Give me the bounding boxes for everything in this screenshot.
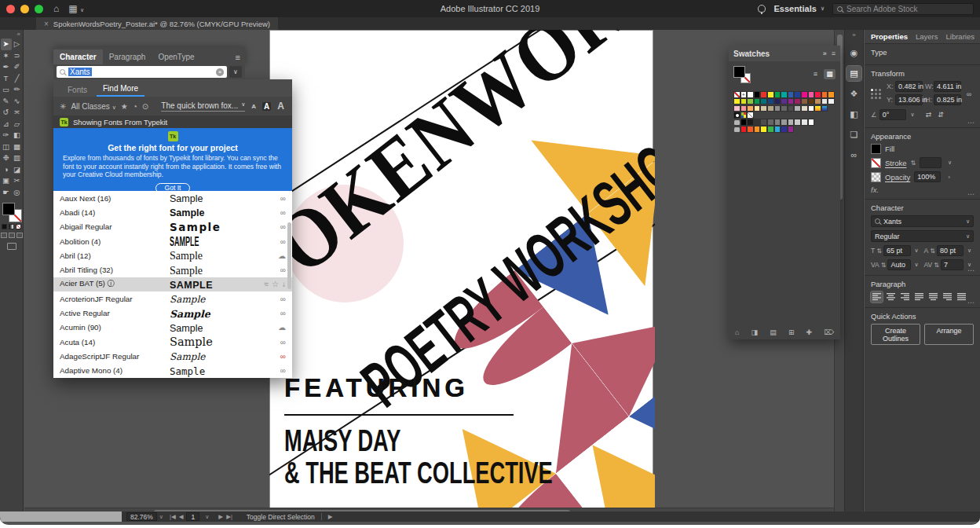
magic-wand-tool[interactable]: ✶	[1, 50, 12, 62]
swatch[interactable]	[828, 91, 835, 98]
artboard-number-field[interactable]: 1	[186, 512, 199, 521]
swatch[interactable]	[801, 119, 808, 126]
tab-properties[interactable]: Properties	[871, 32, 908, 43]
font-size-control[interactable]: T ⇅ 65 pt ∨	[871, 245, 921, 256]
swatch[interactable]	[747, 91, 754, 98]
swatch[interactable]	[781, 98, 788, 105]
panel-menu-icon[interactable]: ≡	[832, 50, 836, 57]
swatch[interactable]	[747, 119, 754, 126]
paintbrush-tool[interactable]: ✏	[12, 84, 23, 96]
blend-tool[interactable]: ◑	[1, 164, 12, 176]
layers-panel-icon[interactable]: ❏	[847, 127, 861, 142]
sample-size-medium-button[interactable]: A	[262, 102, 271, 111]
favorites-star-icon[interactable]: ★	[121, 102, 128, 111]
close-window-button[interactable]	[6, 5, 15, 13]
swatch-kinds-icon[interactable]: ◨	[751, 328, 759, 336]
font-list-item[interactable]: Acier BAT (5) ⓘSAMPLE≈☆↓	[53, 277, 292, 292]
fx-icon[interactable]: fx.	[871, 185, 879, 194]
swatch[interactable]	[747, 126, 754, 133]
sync-font-icon[interactable]: ∞	[280, 338, 286, 346]
next-artboard-icon[interactable]: ▶	[218, 513, 223, 520]
swatch[interactable]	[801, 105, 808, 112]
delete-swatch-icon[interactable]: ⌦	[824, 328, 834, 336]
pencil-tool[interactable]: ✎	[1, 96, 12, 108]
fill-color-chip[interactable]	[2, 203, 15, 215]
fill-swatch[interactable]	[871, 144, 881, 154]
sample-size-large-button[interactable]: A	[276, 101, 286, 112]
zoom-tool[interactable]: ◎	[12, 187, 23, 199]
swatch[interactable]	[774, 98, 781, 105]
all-classes-dropdown[interactable]: All Classes ∨	[71, 102, 115, 111]
symbols-panel-icon[interactable]: ❖	[847, 86, 861, 101]
stroke-dropdown-icon[interactable]: ∨	[945, 160, 954, 166]
fill-color-chip[interactable]	[733, 66, 745, 78]
tab-opentype[interactable]: OpenType	[152, 50, 200, 64]
swatch[interactable]	[821, 105, 828, 112]
swatch-libraries-icon[interactable]: ⌂	[735, 328, 739, 336]
color-button[interactable]	[2, 224, 7, 229]
activated-eye-icon[interactable]: ⊙	[142, 102, 148, 111]
align-right-button[interactable]	[899, 292, 911, 302]
rotation-angle-field[interactable]: 0°	[879, 109, 906, 120]
swatch[interactable]	[740, 119, 748, 126]
lightbulb-icon[interactable]	[758, 5, 766, 13]
swatch[interactable]	[760, 91, 767, 98]
flip-horizontal-icon[interactable]: ⇄	[926, 111, 932, 119]
last-artboard-icon[interactable]: ▶|	[226, 513, 232, 520]
sync-font-icon[interactable]: ∞	[280, 352, 286, 361]
sync-font-icon[interactable]: ∞	[280, 366, 286, 375]
width-tool[interactable]: ≍	[12, 107, 23, 119]
justify-last-right-button[interactable]	[942, 292, 953, 302]
gradient-tool[interactable]: ◧	[12, 130, 23, 141]
swatch[interactable]	[774, 126, 781, 133]
swatch[interactable]	[754, 105, 761, 112]
tab-layers[interactable]: Layers	[916, 32, 938, 43]
more-options-icon[interactable]: ⋯	[967, 190, 975, 198]
width-field[interactable]: 4.611 in	[934, 81, 961, 92]
shaper-tool[interactable]: ∿	[12, 96, 23, 108]
new-swatch-icon[interactable]: ✚	[806, 328, 813, 336]
type-tool[interactable]: T	[1, 73, 12, 85]
font-list-item[interactable]: Adaptive Mono (4)Sample∞	[53, 364, 292, 378]
lasso-tool[interactable]: ⊃	[12, 50, 23, 62]
sync-font-icon[interactable]: ∞	[280, 266, 286, 274]
swatch[interactable]	[808, 105, 815, 112]
artboard[interactable]: SPOKENWORDS POETRY WORKSHOP FEATURING MA…	[269, 30, 653, 509]
draw-mode-buttons[interactable]	[0, 233, 23, 238]
swatch[interactable]	[781, 126, 788, 133]
swatch[interactable]	[794, 98, 801, 105]
rectangle-tool[interactable]: ▭	[1, 84, 12, 96]
justify-last-center-button[interactable]	[927, 292, 939, 302]
leading-control[interactable]: A ⇅ 80 pt ∨	[924, 245, 975, 256]
swatch[interactable]	[774, 105, 781, 112]
font-list-item[interactable]: Abril Titling (32)Sample∞	[53, 262, 292, 277]
properties-panel-icon[interactable]: ▤	[847, 66, 861, 81]
gradient-button[interactable]	[9, 224, 14, 229]
screen-mode-button[interactable]	[7, 243, 16, 250]
mesh-tool[interactable]: ▦	[12, 141, 23, 153]
previous-artboard-icon[interactable]: ◀	[179, 513, 184, 520]
status-expand-icon[interactable]: ▶	[328, 513, 333, 520]
sync-font-icon[interactable]: ∞	[280, 295, 286, 303]
cloud-font-icon[interactable]: ☁	[278, 251, 286, 260]
close-tab-icon[interactable]: ×	[44, 20, 49, 28]
panel-menu-icon[interactable]: ≡	[231, 53, 245, 64]
scale-tool[interactable]: ⊿	[1, 119, 12, 130]
opacity-label[interactable]: Opacity	[885, 173, 910, 182]
free-transform-tool[interactable]: ▱	[12, 119, 23, 130]
tab-character[interactable]: Character	[53, 50, 103, 64]
swatch[interactable]	[733, 91, 740, 98]
subtab-find-more[interactable]: Find More	[97, 82, 144, 97]
swatch[interactable]	[808, 91, 815, 98]
filter-classes-icon[interactable]: ✳	[60, 102, 66, 111]
collapse-tools-icon[interactable]: «	[0, 30, 23, 38]
swatch[interactable]	[794, 105, 801, 112]
pen-tool[interactable]: ✒	[1, 61, 12, 73]
rotate-tool[interactable]: ↺	[1, 107, 12, 119]
color-group-folder-icon[interactable]	[733, 119, 740, 126]
none-button[interactable]	[16, 224, 21, 229]
swatch[interactable]	[814, 91, 821, 98]
links-panel-icon[interactable]: ∞	[847, 148, 861, 163]
swatch[interactable]	[788, 98, 795, 105]
zoom-window-button[interactable]	[35, 5, 43, 13]
